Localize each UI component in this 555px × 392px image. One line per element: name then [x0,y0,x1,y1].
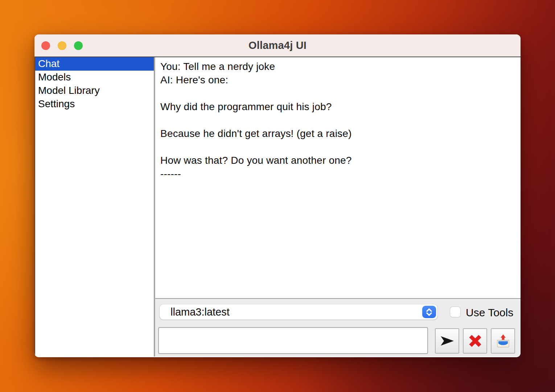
combo-stepper-icon[interactable] [422,306,436,318]
model-select-value: llama3:latest [160,306,422,318]
cancel-button[interactable] [463,328,487,354]
content-area: Chat Models Model Library Settings You: … [34,57,521,356]
sidebar-nav: Chat Models Model Library Settings [34,57,154,356]
use-tools-label: Use Tools [466,306,513,319]
chat-panel: You: Tell me a nerdy joke AI: Here's one… [155,57,521,356]
message-input[interactable] [158,327,428,354]
control-panel: llama3:latest Use Tools [155,299,521,356]
use-tools-checkbox[interactable] [450,307,460,317]
red-x-icon [468,334,482,348]
model-select[interactable]: llama3:latest [160,304,437,320]
title-bar[interactable]: Ollama4j UI [34,34,521,57]
sidebar-item-model-library[interactable]: Model Library [35,84,154,97]
traffic-lights [41,34,83,57]
send-button[interactable] [435,328,459,354]
app-window: Ollama4j UI Chat Models Model Library Se… [34,34,521,357]
upload-button[interactable] [491,328,515,354]
minimize-button[interactable] [58,41,66,50]
outbox-tray-icon [496,334,511,348]
send-arrow-icon [440,335,455,347]
zoom-button[interactable] [74,41,83,50]
sidebar-item-models[interactable]: Models [35,71,154,84]
window-title: Ollama4j UI [248,39,307,51]
close-button[interactable] [41,41,50,50]
up-down-chevrons-icon [424,307,434,317]
sidebar-item-chat[interactable]: Chat [35,57,154,71]
chat-transcript[interactable]: You: Tell me a nerdy joke AI: Here's one… [155,57,521,299]
sidebar-item-settings[interactable]: Settings [35,97,154,111]
